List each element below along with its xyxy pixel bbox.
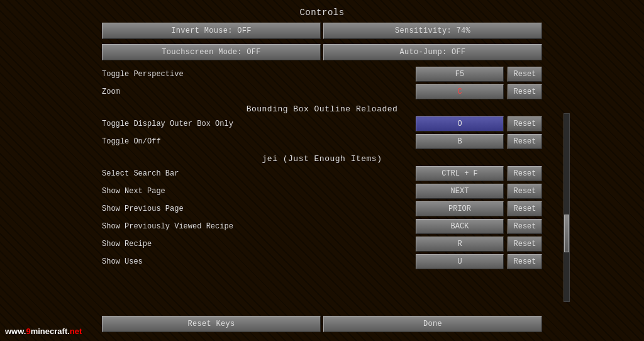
search-bar-label: Select Search Bar: [102, 169, 416, 178]
auto-jump-button[interactable]: Auto-Jump: OFF: [323, 44, 542, 60]
toggle-perspective-reset[interactable]: Reset: [508, 67, 542, 82]
next-page-key[interactable]: NEXT: [416, 184, 504, 199]
toggle-display-reset[interactable]: Reset: [508, 116, 542, 131]
zoom-reset[interactable]: Reset: [508, 84, 542, 99]
page-title: Controls: [77, 5, 567, 20]
setting-row-search-bar: Select Search Bar CTRL + F Reset: [77, 165, 567, 182]
setting-row-show-uses: Show Uses U Reset: [77, 253, 567, 271]
toggle-onoff-key[interactable]: B: [416, 134, 504, 149]
sensitivity-button[interactable]: Sensitivity: 74%: [323, 23, 542, 39]
top-controls-row1: Invert Mouse: OFF Sensitivity: 74%: [102, 23, 542, 39]
zoom-label: Zoom: [102, 87, 416, 96]
toggle-onoff-label: Toggle On/Off: [102, 137, 416, 146]
prev-recipe-key[interactable]: BACK: [416, 219, 504, 234]
watermark: www.9minecraft.net: [5, 327, 82, 336]
top-controls-row2: Touchscreen Mode: OFF Auto-Jump: OFF: [102, 44, 542, 60]
prev-page-reset[interactable]: Reset: [508, 201, 542, 216]
watermark-9: 9: [26, 327, 30, 336]
setting-row-toggle-display: Toggle Display Outer Box Only O Reset: [77, 115, 567, 133]
touchscreen-mode-button[interactable]: Touchscreen Mode: OFF: [102, 44, 321, 60]
show-recipe-key[interactable]: R: [416, 237, 504, 252]
settings-area: Toggle Perspective F5 Reset Zoom C Reset…: [77, 65, 567, 312]
setting-row-toggle-perspective: Toggle Perspective F5 Reset: [77, 65, 567, 83]
show-recipe-reset[interactable]: Reset: [508, 237, 542, 252]
jei-section-title: jei (Just Enough Items): [77, 150, 567, 165]
show-uses-reset[interactable]: Reset: [508, 254, 542, 269]
watermark-net: net: [70, 327, 82, 336]
prev-page-label: Show Previous Page: [102, 204, 416, 213]
done-button[interactable]: Done: [323, 316, 542, 332]
zoom-key[interactable]: C: [416, 84, 504, 99]
watermark-www: www.: [5, 327, 26, 336]
bottom-buttons: Reset Keys Done: [102, 316, 542, 332]
toggle-display-label: Toggle Display Outer Box Only: [102, 120, 416, 128]
setting-row-prev-page: Show Previous Page PRIOR Reset: [77, 200, 567, 218]
scrollbar[interactable]: [564, 113, 570, 302]
setting-row-prev-recipe: Show Previously Viewed Recipe BACK Reset: [77, 218, 567, 235]
show-uses-label: Show Uses: [102, 257, 416, 266]
invert-mouse-button[interactable]: Invert Mouse: OFF: [102, 23, 321, 39]
prev-page-key[interactable]: PRIOR: [416, 201, 504, 216]
next-page-reset[interactable]: Reset: [508, 184, 542, 199]
search-bar-key[interactable]: CTRL + F: [416, 166, 504, 181]
scrollbar-thumb[interactable]: [564, 215, 569, 252]
toggle-onoff-reset[interactable]: Reset: [508, 134, 542, 149]
setting-row-toggle-onoff: Toggle On/Off B Reset: [77, 133, 567, 150]
search-bar-reset[interactable]: Reset: [508, 166, 542, 181]
show-uses-key[interactable]: U: [416, 254, 504, 269]
show-recipe-label: Show Recipe: [102, 240, 416, 249]
reset-keys-button[interactable]: Reset Keys: [102, 316, 321, 332]
toggle-display-key[interactable]: O: [416, 116, 504, 131]
toggle-perspective-key[interactable]: F5: [416, 67, 504, 82]
bounding-box-section-title: Bounding Box Outline Reloaded: [77, 101, 567, 115]
prev-recipe-label: Show Previously Viewed Recipe: [102, 222, 416, 231]
toggle-perspective-label: Toggle Perspective: [102, 70, 416, 79]
prev-recipe-reset[interactable]: Reset: [508, 219, 542, 234]
watermark-minecraft: minecraft.: [31, 327, 70, 336]
setting-row-show-recipe: Show Recipe R Reset: [77, 235, 567, 253]
setting-row-next-page: Show Next Page NEXT Reset: [77, 182, 567, 200]
setting-row-zoom: Zoom C Reset: [77, 83, 567, 101]
next-page-label: Show Next Page: [102, 187, 416, 196]
